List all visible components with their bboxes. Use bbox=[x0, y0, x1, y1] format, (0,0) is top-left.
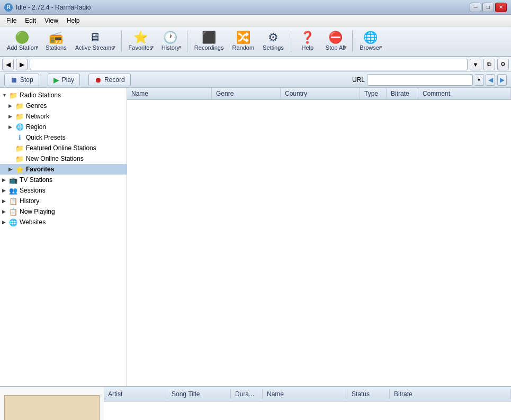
minimize-button[interactable]: ─ bbox=[470, 3, 481, 12]
maximize-button[interactable]: □ bbox=[482, 3, 494, 12]
url-go-next-button[interactable]: ▶ bbox=[497, 74, 507, 86]
content-header: Name Genre Country Type Bitrate Comment bbox=[127, 88, 511, 100]
stop-all-label: Stop All bbox=[326, 44, 345, 51]
recordings-button[interactable]: ⬛ Recordings bbox=[191, 28, 228, 54]
toolbar-separator-2 bbox=[187, 31, 187, 52]
tree-arrow: ▶ bbox=[2, 209, 8, 214]
recordings-icon: ⬛ bbox=[202, 32, 216, 43]
sidebar-item-tv-stations[interactable]: ▶ 📺 TV Stations bbox=[0, 175, 127, 185]
browser-icon: 🌐 bbox=[363, 32, 378, 43]
favorites-label: Favorites bbox=[129, 44, 153, 51]
network-label: Network bbox=[26, 113, 49, 120]
tree-arrow: ▶ bbox=[8, 103, 15, 108]
record-button[interactable]: ⏺ Record bbox=[88, 74, 131, 86]
now-playing-icon: 📋 bbox=[8, 207, 18, 216]
favorites-icon: ⭐ bbox=[15, 165, 24, 174]
settings-icon: ⚙ bbox=[268, 32, 279, 43]
now-playing-label: Now Playing bbox=[20, 208, 55, 215]
stations-label: Stations bbox=[46, 44, 67, 51]
col-name-track: Name bbox=[263, 389, 347, 399]
toolbar: 🟢 Add Station ▼ 📻 Stations 🖥 Active Stre… bbox=[0, 26, 511, 57]
new-online-label: New Online Stations bbox=[26, 155, 84, 162]
url-dropdown-button[interactable]: ▼ bbox=[475, 74, 483, 86]
stop-all-icon: ⛔ bbox=[328, 32, 343, 43]
stop-all-button[interactable]: ⛔ Stop All ▼ bbox=[322, 28, 349, 54]
sidebar-item-quick-presets[interactable]: ℹ Quick Presets bbox=[0, 132, 127, 143]
address-input[interactable] bbox=[30, 59, 468, 70]
sidebar-item-featured-online[interactable]: 📁 Featured Online Stations bbox=[0, 143, 127, 153]
address-dropdown-button[interactable]: ▼ bbox=[470, 59, 481, 70]
region-label: Region bbox=[26, 123, 46, 131]
col-status: Status bbox=[347, 389, 390, 399]
col-genre[interactable]: Genre bbox=[212, 88, 281, 99]
settings-button[interactable]: ⚙ Settings bbox=[259, 28, 288, 54]
menu-view[interactable]: View bbox=[40, 16, 62, 25]
random-icon: 🔀 bbox=[236, 32, 250, 43]
menu-edit[interactable]: Edit bbox=[21, 16, 40, 25]
col-type[interactable]: Type bbox=[360, 88, 387, 99]
sidebar-item-websites[interactable]: ▶ 🌐 Websites bbox=[0, 217, 127, 227]
record-label: Record bbox=[104, 76, 125, 84]
col-duration: Dura... bbox=[231, 389, 263, 399]
address-action-2[interactable]: ⚙ bbox=[497, 59, 509, 70]
col-bitrate[interactable]: Bitrate bbox=[387, 88, 418, 99]
tree-arrow: ▶ bbox=[2, 220, 8, 225]
nav-forward-button[interactable]: ▶ bbox=[16, 59, 28, 70]
sidebar-item-network[interactable]: ▶ 📁 Network bbox=[0, 111, 127, 122]
sidebar: ▼ 📁 Radio Stations ▶ 📁 Genres ▶ 📁 Networ… bbox=[0, 88, 127, 386]
main-area: ▼ 📁 Radio Stations ▶ 📁 Genres ▶ 📁 Networ… bbox=[0, 88, 511, 387]
close-button[interactable]: ✕ bbox=[495, 3, 507, 12]
tree-arrow: ▼ bbox=[2, 93, 8, 98]
sidebar-item-new-online[interactable]: 📁 New Online Stations bbox=[0, 153, 127, 164]
stations-button[interactable]: 📻 Stations bbox=[42, 28, 70, 54]
address-bar: ◀ ▶ ▼ ⧉ ⚙ bbox=[0, 57, 511, 72]
sidebar-item-now-playing[interactable]: ▶ 📋 Now Playing bbox=[0, 206, 127, 217]
col-country[interactable]: Country bbox=[281, 88, 360, 99]
active-streams-button[interactable]: 🖥 Active Streams ▼ bbox=[71, 28, 118, 54]
menubar: File Edit View Help bbox=[0, 15, 511, 26]
quick-presets-icon: ℹ bbox=[15, 133, 24, 142]
history-button[interactable]: 🕐 History ▼ bbox=[157, 28, 184, 54]
new-online-icon: 📁 bbox=[15, 154, 24, 163]
col-comment[interactable]: Comment bbox=[418, 88, 511, 99]
nav-back-button[interactable]: ◀ bbox=[2, 59, 14, 70]
help-icon: ❓ bbox=[300, 32, 315, 43]
browser-button[interactable]: 🌐 Browser ▼ bbox=[356, 28, 384, 54]
content-body bbox=[127, 100, 511, 386]
toolbar-separator-3 bbox=[291, 31, 291, 52]
genres-label: Genres bbox=[26, 102, 47, 109]
tree-arrow: ▶ bbox=[8, 114, 15, 119]
url-input[interactable] bbox=[367, 74, 473, 86]
url-go-prev-button[interactable]: ◀ bbox=[486, 74, 495, 86]
col-name[interactable]: Name bbox=[127, 88, 212, 99]
favorites-button[interactable]: ⭐ Favorites ▼ bbox=[125, 28, 156, 54]
stop-button[interactable]: ⏹ Stop bbox=[4, 74, 39, 86]
url-area: URL ▼ ◀ ▶ bbox=[352, 74, 507, 86]
region-icon: 🌐 bbox=[15, 123, 24, 131]
random-button[interactable]: 🔀 Random bbox=[228, 28, 258, 54]
help-label: Help bbox=[302, 44, 314, 51]
sidebar-item-radio-stations[interactable]: ▼ 📁 Radio Stations bbox=[0, 90, 127, 101]
track-header: Artist Song Title Dura... Name Status Bi… bbox=[104, 387, 511, 401]
album-art bbox=[4, 395, 100, 420]
browser-label: Browser bbox=[360, 44, 381, 51]
help-button[interactable]: ❓ Help bbox=[294, 28, 321, 54]
sidebar-item-region[interactable]: ▶ 🌐 Region bbox=[0, 122, 127, 132]
sessions-label: Sessions bbox=[20, 187, 46, 194]
tree-arrow: ▶ bbox=[8, 167, 15, 172]
play-button[interactable]: ▶ Play bbox=[48, 74, 80, 86]
address-action-1[interactable]: ⧉ bbox=[483, 59, 495, 70]
tree-arrow: ▶ bbox=[2, 177, 8, 182]
sidebar-item-genres[interactable]: ▶ 📁 Genres bbox=[0, 101, 127, 111]
sidebar-item-favorites[interactable]: ▶ ⭐ Favorites bbox=[0, 164, 127, 175]
featured-online-label: Featured Online Stations bbox=[26, 144, 96, 152]
websites-label: Websites bbox=[20, 218, 46, 226]
menu-help[interactable]: Help bbox=[62, 16, 84, 25]
history-icon: 📋 bbox=[8, 197, 18, 205]
playbar: ⏹ Stop ▶ Play ⏺ Record URL ▼ ◀ ▶ bbox=[0, 72, 511, 88]
content-panel: Name Genre Country Type Bitrate Comment bbox=[127, 88, 511, 386]
sidebar-item-history[interactable]: ▶ 📋 History bbox=[0, 196, 127, 206]
add-station-button[interactable]: 🟢 Add Station ▼ bbox=[3, 28, 41, 54]
menu-file[interactable]: File bbox=[2, 16, 21, 25]
sidebar-item-sessions[interactable]: ▶ 👥 Sessions bbox=[0, 185, 127, 196]
